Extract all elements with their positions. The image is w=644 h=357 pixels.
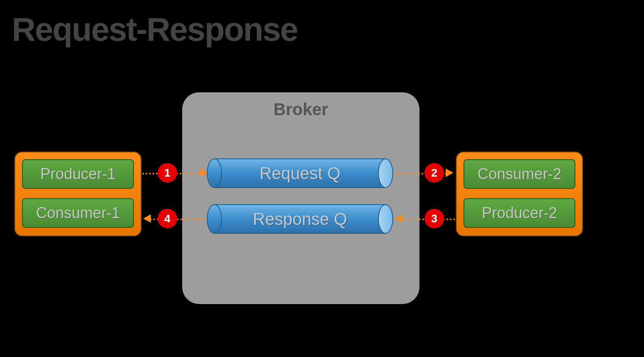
- step-badge-4: 4: [158, 209, 177, 228]
- arrow-4-head: [143, 214, 151, 223]
- step-badge-3: 3: [425, 209, 444, 228]
- queue-request: Request Q: [207, 158, 393, 188]
- client-right: Consumer-2 Producer-2: [456, 152, 583, 236]
- arrow-2-head: [446, 169, 453, 177]
- queue-response: Response Q: [207, 204, 393, 234]
- broker-container: Broker: [182, 92, 419, 304]
- consumer-1: Consumer-1: [22, 198, 134, 228]
- diagram-title: Request-Response: [12, 10, 298, 49]
- queue-response-label: Response Q: [207, 204, 393, 234]
- step-badge-2: 2: [425, 163, 444, 183]
- consumer-2: Consumer-2: [464, 159, 575, 189]
- client-left: Producer-1 Consumer-1: [14, 152, 142, 236]
- broker-label: Broker: [182, 100, 419, 119]
- queue-request-label: Request Q: [207, 158, 393, 188]
- arrow-3-head: [395, 214, 402, 223]
- producer-1: Producer-1: [22, 159, 134, 189]
- producer-2: Producer-2: [464, 198, 575, 228]
- step-badge-1: 1: [158, 163, 177, 183]
